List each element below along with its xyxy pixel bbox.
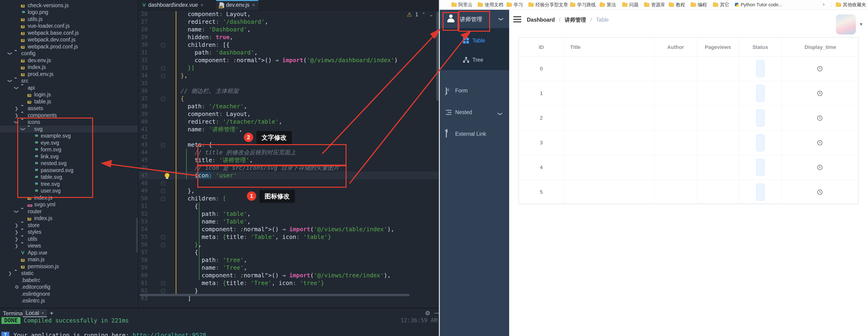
code-line-53[interactable]: 53 name: 'Table', — [139, 218, 440, 225]
editor-tab-dashboard-index.vue[interactable]: Vdashboard\index.vue× — [139, 0, 207, 10]
code-line-32[interactable]: 32 component: :normal">() ⇒ import('@/vi… — [139, 56, 440, 64]
tree-item-styles[interactable]: ❯styles — [0, 228, 138, 236]
code-line-39[interactable]: 39 component: Layout, — [139, 110, 440, 118]
chevron-down-icon[interactable]: ❯ — [8, 52, 12, 55]
tree-item-.babelrc[interactable]: .babelrc — [0, 277, 138, 284]
bookmark-3[interactable]: 经验分享型文章 — [528, 0, 568, 9]
bookmark-7[interactable]: 资源库 — [644, 0, 665, 9]
fold-marker-icon[interactable] — [161, 43, 165, 47]
code-line-59[interactable]: 59 name: 'Tree', — [139, 264, 440, 272]
code-line-58[interactable]: 58 path: 'tree', — [139, 256, 440, 264]
terminal-tab-close-icon[interactable]: × — [41, 310, 44, 316]
terminal-tab-local[interactable]: Local× — [23, 309, 47, 317]
tree-item-webpack.base.conf.js[interactable]: JSwebpack.base.conf.js — [0, 29, 138, 36]
tree-item-svgo.yml[interactable]: YMLsvgo.yml — [0, 201, 138, 208]
tree-item-utils[interactable]: ❯utils — [0, 236, 138, 242]
code-line-30[interactable]: 30 children: [{ — [139, 41, 440, 49]
fold-marker-icon[interactable] — [161, 281, 165, 285]
bookmark-4[interactable]: 学习路线 — [570, 0, 596, 9]
bookmark-5[interactable]: 算法 — [600, 0, 616, 9]
sidebar-item-form[interactable]: Form — [440, 81, 509, 100]
code-line-36[interactable]: 36 // 侧边栏, 主体框架 — [139, 87, 440, 95]
tree-item-main.js[interactable]: JSmain.js — [0, 256, 138, 263]
code-line-34[interactable]: 34 }, — [139, 72, 440, 80]
chevron-right-icon[interactable]: ❯ — [15, 230, 19, 234]
sidebar-item-table[interactable]: Table — [440, 31, 509, 50]
chevron-right-icon[interactable]: ❯ — [8, 271, 12, 275]
tree-item-assets[interactable]: ❯assets — [0, 105, 138, 112]
bookmark-6[interactable]: 问题 — [622, 0, 639, 9]
new-terminal-icon[interactable]: + — [50, 310, 54, 317]
tree-item-App.vue[interactable]: VApp.vue — [0, 249, 138, 256]
editor-tab-dev.env.js[interactable]: JSdev.env.js× — [216, 0, 258, 10]
chevron-right-icon[interactable]: ❯ — [15, 237, 19, 241]
code-line-62[interactable]: 62 } — [139, 287, 440, 295]
breadcrumb-item-0[interactable]: Dashboard — [527, 17, 555, 23]
code-line-40[interactable]: 40 redirect: '/teacher/table', — [139, 118, 440, 125]
tree-item-check-versions.js[interactable]: JScheck-versions.js — [0, 2, 138, 9]
bookmark-10[interactable]: 其它 — [713, 0, 729, 9]
tree-item-router[interactable]: ❯router — [0, 208, 138, 215]
tab-close-icon[interactable]: × — [200, 2, 204, 8]
editor-hscrollbar[interactable] — [140, 294, 409, 296]
bookmark-python-tutor[interactable]: Python Tutor code... — [735, 0, 782, 9]
fold-marker-icon[interactable] — [161, 181, 165, 186]
chevron-down-icon[interactable]: ❯ — [14, 210, 19, 213]
code-line-54[interactable]: 54 component: :normal">() ⇒ import('@/vi… — [139, 225, 440, 233]
fold-marker-icon[interactable] — [161, 197, 165, 201]
fold-marker-icon[interactable] — [161, 289, 165, 293]
bookmarks-overflow-chevron-icon[interactable]: › — [823, 1, 825, 7]
hamburger-icon[interactable] — [514, 16, 521, 22]
chevron-right-icon[interactable]: ❯ — [15, 106, 19, 111]
tree-item-webpack.prod.conf.js[interactable]: JSwebpack.prod.conf.js — [0, 43, 138, 50]
bookmark-8[interactable]: 教程 — [669, 0, 685, 9]
tree-item-src[interactable]: ❯src — [0, 78, 138, 85]
chevron-down-icon[interactable]: ❯ — [14, 86, 19, 90]
code-line-28[interactable]: 28 name: 'Dashboard', — [139, 26, 440, 33]
code-line-57[interactable]: 57 { — [139, 248, 440, 256]
tree-item-dev.env.js[interactable]: JSdev.env.js — [0, 57, 138, 64]
tree-item-views[interactable]: ❯views — [0, 242, 138, 249]
fold-marker-icon[interactable] — [161, 66, 165, 70]
chevron-right-icon[interactable]: ❯ — [15, 244, 19, 248]
tree-item-logo.png[interactable]: logo.png — [0, 9, 138, 16]
code-line-55[interactable]: 55 meta: {title: 'Table', icon: 'table'} — [139, 233, 440, 241]
code-line-60[interactable]: 60 component: :normal">() ⇒ import('@/vi… — [139, 272, 440, 279]
terminal-settings-icon[interactable]: ⚙ — [425, 310, 430, 317]
tree-item-table.js[interactable]: JStable.js — [0, 98, 138, 105]
bookmark-2[interactable]: 学习 — [506, 0, 523, 9]
code-line-37[interactable]: 37 { — [139, 95, 440, 102]
tree-item-webpack.dev.conf.js[interactable]: JSwebpack.dev.conf.js — [0, 36, 138, 43]
fold-marker-icon[interactable] — [161, 243, 165, 247]
bookmark-1[interactable]: 使用文档 — [478, 0, 503, 9]
tree-item-index.js[interactable]: JSindex.js — [0, 215, 138, 222]
fold-marker-icon[interactable] — [161, 143, 165, 147]
tree-item-static[interactable]: ❯static — [0, 270, 138, 277]
code-line-51[interactable]: 51 { — [139, 202, 440, 210]
tab-close-icon[interactable]: × — [252, 2, 255, 8]
code-line-61[interactable]: 61 meta: {title: 'Tree', icon: 'tree'} — [139, 279, 440, 287]
bookmark-9[interactable]: 编程 — [691, 0, 707, 9]
code-line-52[interactable]: 52 path: 'table', — [139, 210, 440, 218]
sidebar-item-tree[interactable]: Tree — [440, 50, 509, 70]
avatar[interactable] — [836, 14, 856, 34]
code-line-26[interactable]: 26 component: Layout, — [139, 10, 440, 18]
code-line-33[interactable]: 33 }] — [139, 64, 440, 72]
tree-item-prod.env.js[interactable]: JSprod.env.js — [0, 70, 138, 78]
fold-marker-icon[interactable] — [161, 97, 165, 101]
avatar-caret-icon[interactable]: ▼ — [859, 22, 863, 27]
code-line-56[interactable]: 56 }, — [139, 241, 440, 248]
code-line-35[interactable]: 35 — [139, 80, 440, 87]
tree-item-login.js[interactable]: JSlogin.js — [0, 91, 138, 98]
tree-item-.editorconfig[interactable]: ⚙.editorconfig — [0, 284, 138, 291]
bookmark-0[interactable]: 阿里云 — [452, 0, 472, 9]
breadcrumb-item-1[interactable]: 讲师管理 — [565, 16, 586, 24]
fold-marker-icon[interactable] — [161, 74, 165, 78]
chevron-down-icon[interactable]: ❯ — [8, 79, 12, 83]
fold-marker-icon[interactable] — [161, 235, 165, 239]
tree-item-store[interactable]: ❯store — [0, 222, 138, 228]
chevron-right-icon[interactable]: ❯ — [15, 113, 19, 118]
fold-marker-icon[interactable] — [161, 189, 165, 193]
chevron-right-icon[interactable]: ❯ — [15, 223, 19, 227]
localhost-link[interactable]: http://localhost:9528 — [133, 332, 206, 336]
